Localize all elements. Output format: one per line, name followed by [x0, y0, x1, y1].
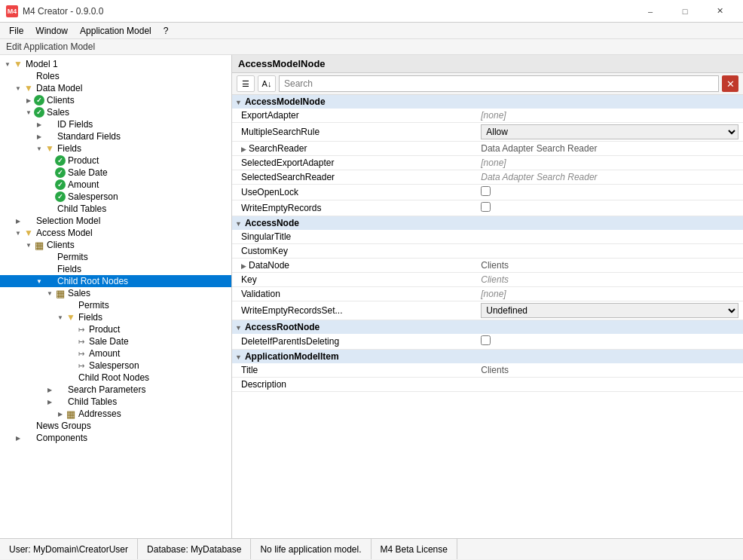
tree-item-label: Access Model — [36, 228, 93, 238]
tree-item[interactable]: ↦Sale Date — [0, 335, 231, 347]
tree-item[interactable]: Fields — [0, 263, 231, 275]
tree-item[interactable]: Child Tables — [0, 203, 231, 215]
properties-area: ▼AccessModelNodeExportAdapter[none]Multi… — [232, 95, 743, 392]
clear-search-button[interactable]: ✕ — [722, 75, 738, 92]
property-name: UseOpenLock — [232, 185, 476, 200]
tree-item[interactable]: ▼▼Data Model — [0, 82, 231, 94]
minimize-button[interactable]: – — [633, 0, 668, 23]
menu-application-model[interactable]: Application Model — [74, 23, 157, 38]
menu-help[interactable]: ? — [157, 23, 175, 38]
property-value — [476, 185, 743, 200]
menu-file[interactable]: File — [3, 23, 29, 38]
tree-item[interactable]: ▶Components — [0, 432, 231, 444]
section-header[interactable]: ▼AccessNode — [232, 216, 743, 231]
tree-item[interactable]: ✓Salesperson — [0, 191, 231, 203]
tree-item[interactable]: ✓Product — [0, 155, 231, 167]
maximize-button[interactable]: □ — [668, 0, 702, 23]
expand-icon[interactable]: ▼ — [35, 278, 44, 285]
property-value: [none] — [476, 287, 743, 301]
property-value: Clients — [476, 273, 743, 287]
tree-item-label: Fields — [57, 264, 81, 274]
search-input[interactable] — [279, 75, 719, 92]
status-no-life: No life application model. — [251, 539, 371, 559]
tree-item[interactable]: ▶Selection Model — [0, 215, 231, 227]
tree-item[interactable]: Roles — [0, 70, 231, 82]
property-row: Description — [232, 378, 743, 392]
property-checkbox[interactable] — [481, 335, 491, 345]
tree-item[interactable]: News Groups — [0, 420, 231, 432]
property-value — [476, 230, 743, 244]
arrow-icon: ↦ — [75, 348, 87, 359]
expand-icon[interactable]: ▶ — [35, 121, 44, 128]
tree-item[interactable]: ▼▦Sales — [0, 287, 231, 299]
property-name: Key — [232, 273, 476, 287]
tree-item[interactable]: ↦Salesperson — [0, 360, 231, 372]
empty-icon — [44, 252, 56, 262]
folder-icon: ▼ — [23, 228, 35, 238]
tree-item-label: Salesperson — [68, 191, 118, 202]
tree-item[interactable]: ✓Amount — [0, 179, 231, 191]
tree-item-label: Permits — [57, 252, 88, 262]
tree-item[interactable]: Permits — [0, 299, 231, 311]
tree-item[interactable]: ▼▦Clients — [0, 239, 231, 251]
tree-item[interactable]: ↦Amount — [0, 347, 231, 360]
sort-button[interactable]: ☰ — [237, 75, 255, 92]
expand-icon[interactable]: ▼ — [14, 230, 23, 237]
expand-icon[interactable]: ▼ — [14, 85, 23, 92]
property-value: Data Adapter Search Reader — [476, 142, 743, 156]
tree-item[interactable]: ▶Child Tables — [0, 396, 231, 408]
tree-item-label: Product — [68, 155, 99, 166]
section-header[interactable]: ▼AccessModelNode — [232, 95, 743, 109]
status-user: User: MyDomain\CreatorUser — [0, 539, 138, 559]
property-value: [none] — [476, 109, 743, 123]
tree-item[interactable]: Child Root Nodes — [0, 372, 231, 384]
tree-item[interactable]: ▶▦Addresses — [0, 408, 231, 420]
expand-icon[interactable]: ▼ — [3, 61, 12, 68]
expand-icon[interactable]: ▼ — [56, 314, 65, 321]
expand-icon[interactable]: ▶ — [14, 218, 23, 225]
tree-item[interactable]: Permits — [0, 251, 231, 263]
expand-icon[interactable]: ▼ — [24, 109, 33, 116]
tree-item[interactable]: ▶✓Clients — [0, 94, 231, 106]
expand-icon[interactable]: ▼ — [45, 290, 54, 297]
property-value: [none] — [476, 156, 743, 170]
tree-item[interactable]: ▼▼Fields — [0, 311, 231, 323]
expand-icon[interactable]: ▶ — [45, 399, 54, 405]
sort-az-button[interactable]: A↓ — [258, 75, 276, 92]
expand-icon[interactable]: ▶ — [56, 411, 65, 418]
expand-icon[interactable]: ▼ — [24, 242, 33, 249]
tree-item-label: Standard Fields — [57, 131, 121, 142]
section-header[interactable]: ▼ApplicationModelItem — [232, 350, 743, 364]
section-header[interactable]: ▼AccessRootNode — [232, 320, 743, 335]
empty-icon — [44, 203, 56, 214]
empty-icon — [44, 276, 56, 286]
expand-icon[interactable]: ▼ — [35, 145, 44, 152]
tree-item[interactable]: ▼Child Root Nodes — [0, 275, 231, 287]
tree-item[interactable]: ▶ID Fields — [0, 118, 231, 130]
tree-item[interactable]: ▼✓Sales — [0, 106, 231, 118]
expand-icon[interactable]: ▶ — [24, 97, 33, 104]
property-row: ExportAdapter[none] — [232, 109, 743, 123]
tree-item[interactable]: ▼▼Access Model — [0, 227, 231, 239]
table-icon: ▦ — [33, 240, 45, 250]
property-value — [476, 244, 743, 259]
close-button[interactable]: ✕ — [702, 0, 737, 23]
tree-item-label: Selection Model — [36, 216, 100, 226]
expand-icon[interactable]: ▶ — [45, 387, 54, 393]
property-name: ExportAdapter — [232, 109, 476, 123]
tree-item[interactable]: ↦Product — [0, 323, 231, 335]
property-checkbox[interactable] — [481, 186, 491, 196]
tree-item[interactable]: ▼▼Model 1 — [0, 58, 231, 70]
expand-icon[interactable]: ▶ — [14, 435, 23, 442]
property-checkbox[interactable] — [481, 202, 491, 212]
property-select[interactable]: AllowDeny — [481, 124, 738, 139]
property-select[interactable]: UndefinedYesNo — [481, 303, 738, 318]
tree-item[interactable]: ▶Standard Fields — [0, 130, 231, 142]
menu-window[interactable]: Window — [29, 23, 74, 38]
toolbar: ☰ A↓ ✕ — [232, 73, 743, 95]
tree-item[interactable]: ✓Sale Date — [0, 167, 231, 179]
tree-item[interactable]: ▶Search Parameters — [0, 384, 231, 396]
property-table: ▼AccessModelNodeExportAdapter[none]Multi… — [232, 95, 743, 392]
tree-item[interactable]: ▼▼Fields — [0, 142, 231, 155]
expand-icon[interactable]: ▶ — [35, 133, 44, 140]
